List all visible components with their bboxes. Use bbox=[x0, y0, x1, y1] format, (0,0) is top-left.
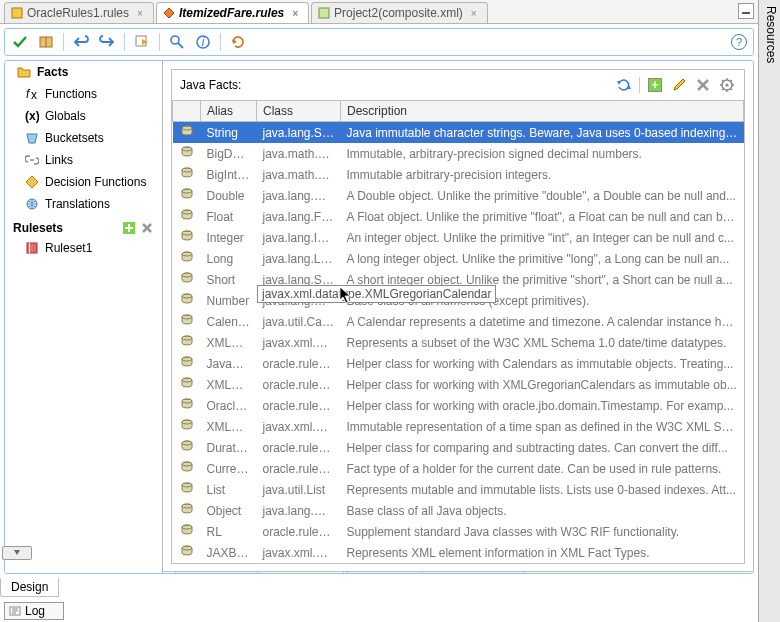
fact-options-icon[interactable] bbox=[718, 76, 736, 94]
cell-alias: XMLDate bbox=[201, 374, 257, 395]
delete-fact-icon[interactable] bbox=[694, 76, 712, 94]
col-description[interactable]: Description bbox=[341, 101, 744, 122]
cell-description: Supplement standard Java classes with W3… bbox=[341, 521, 744, 542]
tab-xml-facts[interactable]: XML Facts bbox=[175, 572, 258, 574]
row-icon bbox=[173, 500, 201, 521]
dictionary-icon[interactable] bbox=[37, 33, 55, 51]
sidebar-item-label: Links bbox=[45, 153, 73, 167]
svg-point-30 bbox=[726, 84, 729, 87]
row-icon bbox=[173, 227, 201, 248]
svg-text:(x): (x) bbox=[25, 109, 39, 123]
svg-text:x: x bbox=[31, 88, 37, 101]
tab-java-facts[interactable]: Java Facts bbox=[260, 572, 344, 574]
add-ruleset-button[interactable] bbox=[122, 221, 136, 235]
cell-description: An integer object. Unlike the primitive … bbox=[341, 227, 744, 248]
cell-alias: XMLDu... bbox=[201, 416, 257, 437]
table-row[interactable]: Objectjava.lang.Obj...Base class of all … bbox=[173, 500, 744, 521]
log-panel-tab[interactable]: Log bbox=[4, 602, 64, 620]
refresh-facts-icon[interactable] bbox=[615, 76, 633, 94]
undo-icon[interactable] bbox=[72, 33, 90, 51]
close-icon[interactable]: × bbox=[292, 8, 298, 19]
minimize-button[interactable] bbox=[738, 3, 754, 19]
table-row[interactable]: Durationoracle.rules.s...Helper class fo… bbox=[173, 437, 744, 458]
sidebar-item-ruleset1[interactable]: Ruleset1 bbox=[5, 237, 162, 259]
cell-alias: Long bbox=[201, 248, 257, 269]
cell-description: Fact type of a holder for the current da… bbox=[341, 458, 744, 479]
cell-class: oracle.rules.r... bbox=[257, 521, 341, 542]
row-icon bbox=[173, 437, 201, 458]
close-icon[interactable]: × bbox=[137, 8, 143, 19]
tab-adfbc-facts[interactable]: ADF-BC Facts bbox=[422, 572, 525, 574]
tab-project2[interactable]: Project2(composite.xml) × bbox=[311, 2, 488, 23]
sidebar-item-decision-functions[interactable]: Decision Functions bbox=[5, 171, 162, 193]
info-icon[interactable]: i bbox=[194, 33, 212, 51]
col-class[interactable]: Class bbox=[257, 101, 341, 122]
cell-description: Helper class for comparing and subtracti… bbox=[341, 437, 744, 458]
table-row[interactable]: JAXBEle...javax.xml.bin...Represents XML… bbox=[173, 542, 744, 563]
cell-description: Represents XML element information in XM… bbox=[341, 542, 744, 563]
log-icon bbox=[9, 605, 21, 617]
sidebar-item-globals[interactable]: (x) Globals bbox=[5, 105, 162, 127]
cell-description: Helper class for working with XMLGregori… bbox=[341, 374, 744, 395]
sidebar-item-label: Translations bbox=[45, 197, 110, 211]
verify-icon[interactable] bbox=[133, 33, 151, 51]
table-row[interactable]: RLoracle.rules.r...Supplement standard J… bbox=[173, 521, 744, 542]
refresh-icon[interactable] bbox=[229, 33, 247, 51]
tab-design[interactable]: Design bbox=[0, 578, 59, 597]
find-icon[interactable] bbox=[168, 33, 186, 51]
svg-rect-2 bbox=[319, 8, 329, 18]
sidebar-item-links[interactable]: Links bbox=[5, 149, 162, 171]
sidebar-item-bucketsets[interactable]: Bucketsets bbox=[5, 127, 162, 149]
table-row[interactable]: BigDeci...java.math.Big...Immutable, arb… bbox=[173, 143, 744, 164]
resources-label: Resources bbox=[764, 6, 778, 63]
row-icon bbox=[173, 395, 201, 416]
cell-class: oracle.rules.s... bbox=[257, 437, 341, 458]
table-row[interactable]: Listjava.util.ListRepresents mutable and… bbox=[173, 479, 744, 500]
sidebar-item-facts[interactable]: Facts bbox=[5, 61, 162, 83]
book-icon bbox=[25, 241, 39, 255]
table-row[interactable]: Floatjava.lang.FloatA Float object. Unli… bbox=[173, 206, 744, 227]
redo-icon[interactable] bbox=[98, 33, 116, 51]
table-row[interactable]: BigInte...java.math.Big...Immutable arbi… bbox=[173, 164, 744, 185]
table-row[interactable]: Calendarjava.util.Cale...A Calendar repr… bbox=[173, 311, 744, 332]
help-icon[interactable]: ? bbox=[731, 34, 747, 50]
resources-side-tab[interactable]: Resources bbox=[758, 0, 780, 622]
row-icon bbox=[173, 542, 201, 563]
close-icon[interactable]: × bbox=[471, 8, 477, 19]
sidebar-item-functions[interactable]: fx Functions bbox=[5, 83, 162, 105]
tab-oraclerules1[interactable]: OracleRules1.rules × bbox=[4, 2, 154, 23]
sidebar-item-label: Ruleset1 bbox=[45, 241, 92, 255]
add-fact-button[interactable]: + bbox=[646, 76, 664, 94]
table-row[interactable]: Oracle...oracle.rules.s...Helper class f… bbox=[173, 395, 744, 416]
tab-label: Project2(composite.xml) bbox=[334, 6, 463, 20]
table-row[interactable]: Doublejava.lang.Dou...A Double object. U… bbox=[173, 185, 744, 206]
rules-file-icon bbox=[11, 7, 23, 19]
edit-fact-icon[interactable] bbox=[670, 76, 688, 94]
sidebar-item-label: Bucketsets bbox=[45, 131, 104, 145]
col-alias[interactable]: Alias bbox=[201, 101, 257, 122]
table-row[interactable]: JavaDateoracle.rules.r...Helper class fo… bbox=[173, 353, 744, 374]
table-row[interactable]: XMLDu...javax.xml.dat...Immutable repres… bbox=[173, 416, 744, 437]
tab-rl-facts[interactable]: RL Facts bbox=[346, 572, 420, 574]
rules-file-icon bbox=[163, 7, 175, 19]
delete-ruleset-button[interactable] bbox=[140, 221, 154, 235]
table-row[interactable]: Longjava.lang.LongA long integer object.… bbox=[173, 248, 744, 269]
table-row[interactable]: XMLGre...javax.xml.dat...Represents a su… bbox=[173, 332, 744, 353]
sidebar-item-translations[interactable]: Translations bbox=[5, 193, 162, 215]
collapse-handle[interactable] bbox=[2, 546, 32, 560]
col-icon[interactable] bbox=[173, 101, 201, 122]
svg-marker-7 bbox=[142, 39, 148, 45]
row-icon bbox=[173, 521, 201, 542]
validate-icon[interactable] bbox=[11, 33, 29, 51]
cell-alias: Calendar bbox=[201, 311, 257, 332]
cell-alias: XMLGre... bbox=[201, 332, 257, 353]
tab-itemizedfare[interactable]: ItemizedFare.rules × bbox=[156, 2, 309, 23]
table-row[interactable]: Stringjava.lang.Stri...Java immutable ch… bbox=[173, 122, 744, 144]
table-row[interactable]: XMLDateoracle.rules.r...Helper class for… bbox=[173, 374, 744, 395]
cell-class: oracle.rules.r... bbox=[257, 353, 341, 374]
table-row[interactable]: Integerjava.lang.Inte...An integer objec… bbox=[173, 227, 744, 248]
cell-alias: Double bbox=[201, 185, 257, 206]
svg-rect-24 bbox=[29, 243, 30, 253]
cell-alias: Number bbox=[201, 290, 257, 311]
table-row[interactable]: Curren...oracle.rules.r...Fact type of a… bbox=[173, 458, 744, 479]
